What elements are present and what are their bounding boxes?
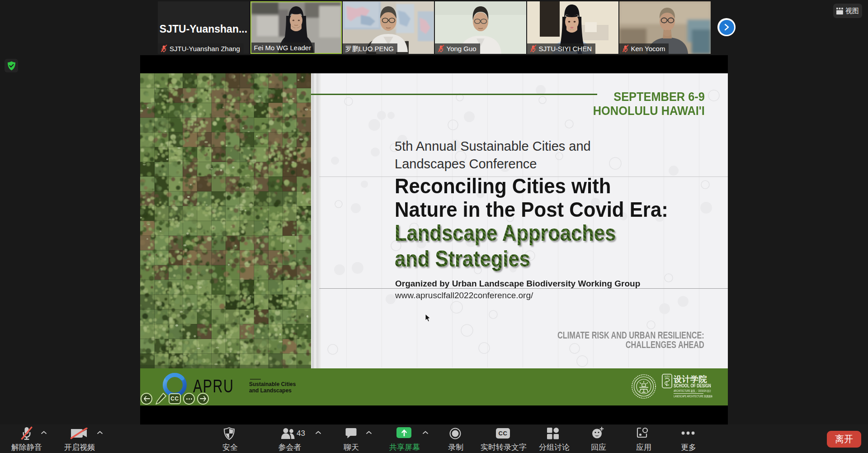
- svg-text:SJTU: SJTU: [665, 376, 670, 378]
